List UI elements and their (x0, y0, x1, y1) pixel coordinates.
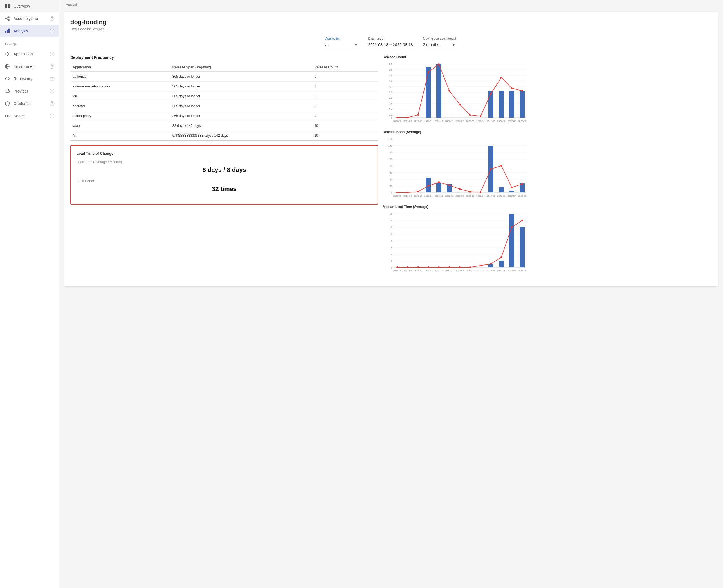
svg-text:2022-01: 2022-01 (445, 270, 454, 272)
sidebar-item-credential[interactable]: Credential ? (0, 97, 59, 110)
sidebar-item-assemblyline-label: AssemblyLine (14, 16, 38, 21)
svg-point-12 (5, 54, 6, 55)
svg-point-116 (407, 192, 408, 193)
col-release-span: Release Span (avg/max) (170, 63, 312, 72)
sidebar-item-secret[interactable]: Secret ? (0, 110, 59, 122)
svg-point-6 (8, 19, 9, 21)
svg-text:2022-05: 2022-05 (487, 120, 495, 122)
filter-row: Application all ▼ Date range 2021-08-18 … (70, 37, 712, 48)
daterange-filter-group: Date range 2021-08-18 ~ 2022-08-18 (368, 37, 414, 48)
svg-text:2021-10: 2021-10 (414, 120, 423, 122)
svg-point-180 (480, 265, 481, 267)
svg-point-4 (5, 18, 6, 19)
sidebar-item-analysis[interactable]: Analysis ? (0, 25, 59, 37)
daterange-filter-select[interactable]: 2021-08-18 ~ 2022-08-18 (368, 41, 414, 48)
svg-text:1.0: 1.0 (389, 91, 393, 94)
svg-rect-171 (519, 227, 525, 267)
svg-text:4: 4 (391, 253, 392, 256)
svg-point-117 (417, 191, 419, 192)
svg-point-178 (459, 267, 461, 268)
moving-avg-filter-chevron-icon: ▼ (452, 42, 456, 47)
svg-point-60 (417, 114, 419, 115)
cell-application: loki (70, 91, 170, 101)
release-count-chart-container: Release Count 2.0 (383, 55, 712, 123)
svg-text:12: 12 (390, 226, 392, 229)
svg-text:2021-11: 2021-11 (425, 270, 433, 272)
svg-point-182 (501, 256, 502, 258)
svg-text:120: 120 (388, 151, 392, 154)
table-row: loki 365 days or longer 0 (70, 91, 378, 101)
sidebar-item-overview[interactable]: Overview (0, 0, 59, 13)
svg-point-125 (501, 165, 502, 167)
svg-point-126 (511, 187, 513, 188)
svg-text:2: 2 (391, 260, 392, 262)
environment-help-icon: ? (50, 64, 54, 69)
sidebar-item-environment-label: Environment (14, 64, 36, 69)
svg-rect-170 (509, 214, 514, 267)
repository-help-icon: ? (50, 77, 54, 81)
cell-application: external-secrets-operator (70, 82, 170, 91)
svg-point-5 (8, 17, 9, 18)
sidebar-item-assemblyline[interactable]: AssemblyLine ? (0, 13, 59, 25)
sidebar-item-repository[interactable]: Repository ? (0, 72, 59, 85)
release-span-chart: 160 140 120 100 80 60 40 20 0 (383, 136, 529, 198)
svg-text:2021-08: 2021-08 (393, 120, 402, 122)
application-filter-group: Application all ▼ (325, 37, 359, 48)
two-col-layout: Deployment Frequency Application Release… (70, 55, 712, 280)
globe-icon (4, 64, 10, 69)
svg-text:2.0: 2.0 (389, 63, 393, 66)
cell-release-count: 0 (312, 82, 378, 91)
page-header: Analysis (59, 0, 723, 9)
svg-rect-112 (499, 187, 504, 192)
svg-point-127 (521, 183, 523, 185)
svg-text:14: 14 (390, 219, 392, 222)
lead-time-title: Lead Time of Change (77, 151, 372, 155)
svg-rect-108 (457, 192, 462, 192)
svg-rect-1 (7, 4, 9, 6)
sidebar-item-credential-label: Credential (14, 101, 31, 106)
svg-text:2021-12: 2021-12 (435, 270, 443, 272)
assemblyline-icon (4, 16, 10, 21)
page-header-label: Analysis (66, 3, 79, 7)
moving-avg-filter-select[interactable]: 2 months ▼ (423, 41, 457, 48)
svg-text:20: 20 (390, 185, 392, 188)
svg-text:80: 80 (390, 165, 392, 167)
assemblyline-help-icon: ? (50, 16, 54, 21)
svg-text:140: 140 (388, 144, 392, 147)
svg-point-13 (7, 52, 8, 53)
svg-text:2021-09: 2021-09 (404, 270, 412, 272)
svg-rect-9 (5, 31, 6, 33)
sidebar-item-environment[interactable]: Environment ? (0, 60, 59, 72)
svg-point-58 (397, 117, 398, 119)
svg-point-123 (480, 191, 481, 193)
daterange-filter-value: 2021-08-18 ~ 2022-08-18 (368, 42, 413, 47)
svg-point-179 (469, 267, 471, 268)
svg-text:6: 6 (391, 246, 392, 249)
svg-text:2022-07: 2022-07 (508, 120, 516, 122)
svg-point-66 (480, 115, 481, 117)
svg-text:0.2: 0.2 (389, 113, 393, 116)
application-filter-select[interactable]: all ▼ (325, 41, 359, 48)
table-row: vsapi 32 days / 142 days 10 (70, 121, 378, 131)
svg-text:2021-10: 2021-10 (414, 270, 423, 272)
svg-point-19 (5, 115, 7, 117)
svg-text:0.6: 0.6 (389, 102, 393, 105)
svg-point-61 (428, 71, 429, 73)
main-content: Analysis dog-fooding Dog Fooding Project… (59, 0, 723, 588)
svg-point-14 (8, 54, 9, 55)
svg-text:2021-12: 2021-12 (435, 195, 443, 197)
sidebar-item-application[interactable]: Application ? (0, 48, 59, 60)
svg-rect-57 (519, 91, 525, 118)
cell-release-count: 0 (312, 72, 378, 82)
application-help-icon: ? (50, 52, 54, 56)
svg-point-65 (469, 114, 471, 116)
svg-text:0: 0 (391, 117, 392, 120)
svg-point-174 (417, 267, 419, 268)
cell-application: authorizer (70, 72, 170, 82)
svg-rect-0 (5, 4, 7, 6)
dots-icon (4, 51, 10, 57)
svg-text:8: 8 (391, 239, 392, 242)
svg-text:2022-02: 2022-02 (456, 195, 464, 197)
table-row: authorizer 365 days or longer 0 (70, 72, 378, 82)
sidebar-item-provider[interactable]: Provider ? (0, 85, 59, 97)
